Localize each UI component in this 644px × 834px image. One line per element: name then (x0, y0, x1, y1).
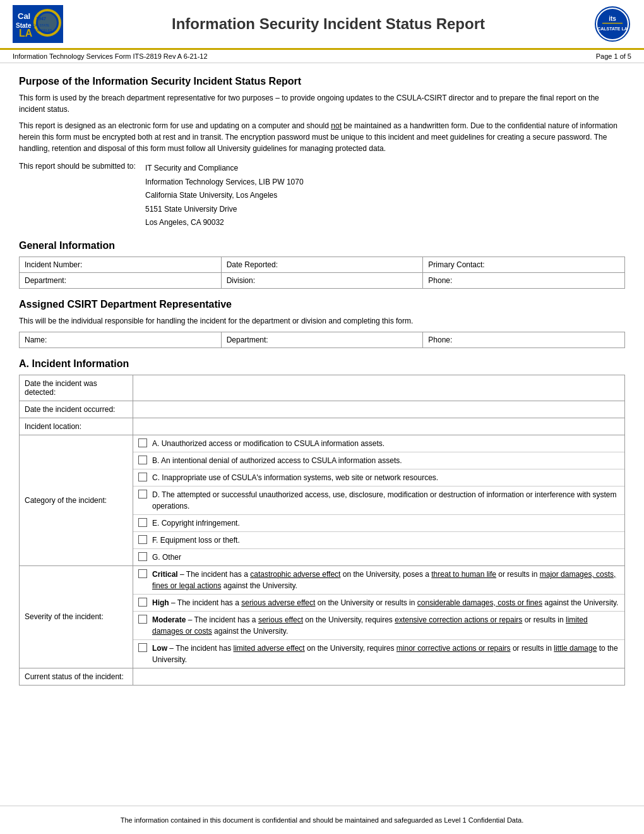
division-label: Division: (221, 272, 423, 288)
main-content: Purpose of the Information Security Inci… (0, 63, 644, 806)
severity-low: Low – The incident has limited adverse e… (133, 639, 624, 668)
category-option-a: A. Unauthorized access or modification t… (133, 435, 624, 452)
svg-text:its: its (609, 15, 616, 22)
category-d-text: D. The attempted or successful unauthori… (152, 489, 619, 512)
severity-moderate-text: Moderate – The incident has a serious ef… (152, 614, 619, 637)
address-line2: Information Technology Services, LIB PW … (145, 176, 304, 190)
incident-info-table: Date the incident was detected: Date the… (19, 375, 625, 686)
moderate-underline3: limited damages or costs (152, 615, 588, 636)
purpose-para2: This report is designed as an electronic… (19, 120, 625, 154)
footer: The information contained in this docume… (0, 806, 644, 834)
csirt-phone-label: Phone: (423, 332, 625, 348)
checkbox-f[interactable] (138, 535, 147, 544)
page-number: Page 1 of 5 (596, 52, 631, 60)
its-logo: its CALSTATE LA (593, 5, 631, 43)
svg-text:LOS ANGELES: LOS ANGELES (30, 28, 52, 32)
low-label: Low (152, 644, 167, 653)
severity-high-text: High – The incident has a serious advers… (152, 597, 618, 608)
header: Cal State LA 1947 CAL STATE LOS ANGELES … (0, 0, 644, 50)
category-option-f: F. Equipment loss or theft. (133, 531, 624, 548)
checkbox-a[interactable] (138, 438, 147, 447)
severity-high: High – The incident has a serious advers… (133, 594, 624, 611)
csirt-section: Assigned CSIRT Department Representative… (19, 299, 625, 348)
critical-underline3: major damages, costs, fines or legal act… (152, 570, 616, 590)
svg-rect-13 (602, 23, 623, 24)
category-option-c: C. Inappropriate use of CSULA's informat… (133, 469, 624, 486)
moderate-label: Moderate (152, 615, 186, 624)
purpose-section: Purpose of the Information Security Inci… (19, 76, 625, 230)
general-info-row1: Incident Number: Date Reported: Primary … (20, 257, 625, 272)
primary-contact-label: Primary Contact: (423, 257, 625, 272)
critical-label: Critical (152, 570, 178, 579)
checkbox-b[interactable] (138, 456, 147, 464)
date-detected-value[interactable] (133, 375, 625, 401)
address-line1: IT Security and Compliance (145, 162, 304, 176)
category-option-d: D. The attempted or successful unauthori… (133, 486, 624, 514)
address-line5: Los Angeles, CA 90032 (145, 216, 304, 230)
checkbox-e[interactable] (138, 518, 147, 527)
date-reported-label: Date Reported: (221, 257, 423, 272)
date-detected-label: Date the incident was detected: (20, 375, 133, 401)
svg-text:1947: 1947 (36, 16, 46, 21)
svg-text:CALSTATE LA: CALSTATE LA (597, 27, 628, 31)
svg-text:CAL STATE: CAL STATE (33, 23, 50, 27)
incident-info-title: A. Incident Information (19, 358, 625, 370)
checkbox-moderate[interactable] (138, 615, 147, 624)
location-value[interactable] (133, 418, 625, 435)
category-g-text: G. Other (152, 552, 181, 563)
category-a-text: A. Unauthorized access or modification t… (152, 438, 385, 449)
incident-number-label: Incident Number: (20, 257, 222, 272)
current-status-value[interactable] (133, 668, 625, 685)
low-underline2: minor corrective actions or repairs (397, 644, 511, 653)
category-b-text: B. An intentional denial of authorized a… (152, 455, 402, 466)
severity-moderate: Moderate – The incident has a serious ef… (133, 611, 624, 639)
checkbox-high[interactable] (138, 598, 147, 607)
csirt-name-label: Name: (20, 332, 222, 348)
category-option-b: B. An intentional denial of authorized a… (133, 452, 624, 469)
checkbox-critical[interactable] (138, 569, 147, 578)
low-underline3: little damage (554, 644, 597, 653)
severity-low-text: Low – The incident has limited adverse e… (152, 643, 619, 665)
csirt-description: This will be the individual responsible … (19, 315, 625, 327)
low-underline1: limited adverse effect (234, 644, 305, 653)
category-e-text: E. Copyright infringement. (152, 517, 240, 529)
general-info-row2: Department: Division: Phone: (20, 272, 625, 288)
category-f-text: F. Equipment loss or theft. (152, 535, 240, 546)
address-block: IT Security and Compliance Information T… (145, 162, 304, 230)
csirt-row1: Name: Department: Phone: (20, 332, 625, 348)
csirt-title: Assigned CSIRT Department Representative (19, 299, 625, 310)
checkbox-g[interactable] (138, 552, 147, 561)
checkbox-c[interactable] (138, 473, 147, 481)
submit-block: This report should be submitted to: IT S… (19, 162, 625, 230)
footer-text: The information contained in this docume… (121, 816, 523, 824)
svg-point-11 (597, 9, 628, 39)
moderate-underline2: extensive correction actions or repairs (395, 615, 522, 624)
checkbox-d[interactable] (138, 490, 147, 499)
moderate-underline1: serious effect (258, 615, 303, 624)
address-line3: California State University, Los Angeles (145, 189, 304, 203)
general-info-title: General Information (19, 240, 625, 251)
sub-header: Information Technology Services Form ITS… (0, 50, 644, 63)
general-info-table: Incident Number: Date Reported: Primary … (19, 257, 625, 289)
high-underline2: considerable damages, costs or fines (417, 598, 542, 607)
severity-label: Severity of the incident: (20, 565, 133, 668)
critical-underline1: catastrophic adverse effect (250, 570, 340, 579)
purpose-title: Purpose of the Information Security Inci… (19, 76, 625, 87)
form-number: Information Technology Services Form ITS… (13, 52, 208, 60)
department-label: Department: (20, 272, 222, 288)
svg-text:Cal: Cal (18, 11, 30, 21)
current-status-row: Current status of the incident: (20, 668, 625, 685)
date-occurred-value[interactable] (133, 401, 625, 418)
checkbox-low[interactable] (138, 643, 147, 652)
csirt-dept-label: Department: (221, 332, 423, 348)
submit-label: This report should be submitted to: (19, 162, 145, 230)
general-info-section: General Information Incident Number: Dat… (19, 240, 625, 289)
severity-critical-text: Critical – The incident has a catastroph… (152, 569, 619, 591)
severity-options: Critical – The incident has a catastroph… (133, 565, 625, 668)
page: Cal State LA 1947 CAL STATE LOS ANGELES … (0, 0, 644, 834)
date-occurred-label: Date the incident occurred: (20, 401, 133, 418)
critical-underline2: threat to human life (431, 570, 496, 579)
category-row: Category of the incident: A. Unauthorize… (20, 435, 625, 565)
calstate-logo: Cal State LA 1947 CAL STATE LOS ANGELES (13, 5, 63, 43)
address-line4: 5151 State University Drive (145, 203, 304, 217)
